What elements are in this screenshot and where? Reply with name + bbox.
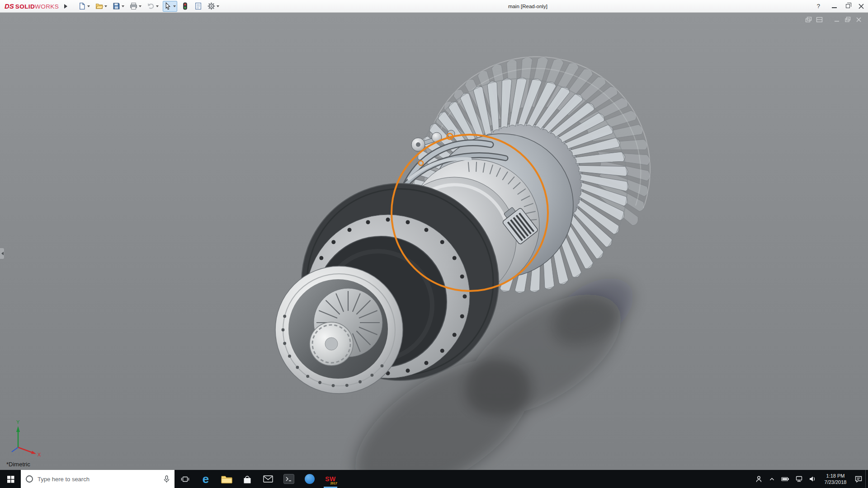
print-button[interactable] [128,1,143,12]
search-input[interactable] [38,476,159,483]
people-icon[interactable] [755,475,763,483]
options-gear-icon [208,2,215,10]
triad-y-label: Y [16,419,20,425]
front-cone [275,266,403,394]
store-button[interactable] [237,470,258,488]
undo-icon [147,2,155,10]
restore-icon [846,4,850,8]
ds-logo: DS [5,2,14,10]
dropdown-caret-icon[interactable] [139,5,142,9]
show-desktop-button[interactable] [865,470,868,488]
options-button[interactable] [206,1,221,12]
graphics-viewport[interactable]: Y X [0,13,868,470]
graphics-area[interactable]: Y X [0,13,868,470]
solidworks-logo: DS SOLID WORKS [0,2,61,10]
network-icon[interactable] [795,475,803,483]
mail-button[interactable] [258,470,278,488]
undo-button[interactable] [146,1,160,12]
minimize-button[interactable] [827,0,841,12]
cortana-ring-icon [25,475,33,483]
dropdown-caret-icon[interactable] [156,5,159,9]
dropdown-caret-icon[interactable] [87,5,90,9]
mail-icon [263,475,273,483]
panel-collapse-tab[interactable] [0,248,5,259]
triad-x-label: X [38,452,41,457]
close-button[interactable] [854,0,868,12]
task-view-button[interactable] [175,470,195,488]
menu-flyout-arrow-icon[interactable] [64,4,70,9]
save-icon [113,2,120,10]
hidden-icons-chevron-icon[interactable] [769,476,775,483]
taskbar: e SW 2017 [0,470,868,488]
restore-button[interactable] [841,0,854,12]
task-view-icon [181,475,189,483]
edge-button[interactable]: e [195,470,216,488]
file-properties-button[interactable] [193,1,203,12]
clock-date: 7/23/2018 [822,479,849,485]
document-title: main [Read-only] [508,4,547,9]
orientation-triad: Y X [12,419,41,457]
action-center-icon[interactable] [854,475,863,483]
edge-icon: e [203,473,209,485]
file-explorer-button[interactable] [216,470,237,488]
taskbar-clock[interactable]: 1:18 PM 7/23/2018 [822,473,849,486]
minimize-doc-icon[interactable] [833,16,841,23]
app-blue-button[interactable] [299,470,320,488]
terminal-button[interactable] [278,470,299,488]
restore-doc-icon[interactable] [844,16,852,23]
file-explorer-icon [221,474,232,483]
select-cursor-icon [164,2,172,10]
store-icon [242,474,252,484]
system-tray: 1:18 PM 7/23/2018 [755,470,865,488]
dropdown-caret-icon[interactable] [104,5,107,9]
terminal-icon [283,474,294,484]
new-document-icon [78,2,86,10]
print-icon [130,2,137,10]
document-window-controls [805,16,863,23]
select-tool-button[interactable] [163,1,177,12]
new-window-icon[interactable] [805,16,812,23]
close-icon [859,4,864,9]
windows-logo-icon [7,475,14,483]
help-button[interactable]: ? [817,3,820,9]
minimize-icon [832,7,837,8]
tile-window-icon[interactable] [816,16,823,23]
dropdown-caret-icon[interactable] [217,5,219,9]
titlebar: DS SOLID WORKS [0,0,868,13]
volume-icon[interactable] [809,475,816,483]
open-folder-icon [95,2,103,10]
solidworks-2017-icon: SW 2017 [324,473,337,485]
traffic-light-icon [181,2,189,10]
quick-access-toolbar [74,0,221,12]
file-properties-icon [194,2,202,10]
start-button[interactable] [0,470,21,488]
dropdown-caret-icon[interactable] [122,5,124,9]
view-orientation-label: *Dimetric [6,461,30,468]
close-doc-icon[interactable] [855,16,863,23]
battery-icon[interactable] [781,475,789,483]
new-document-button[interactable] [77,1,91,12]
taskbar-search[interactable] [21,470,175,488]
chevron-left-icon [0,252,4,255]
rebuild-button[interactable] [180,1,190,12]
save-button[interactable] [111,1,126,12]
app-blue-icon [305,474,315,484]
dropdown-caret-icon[interactable] [173,5,176,9]
solidworks-2017-button[interactable]: SW 2017 [320,470,341,488]
microphone-icon[interactable] [163,475,170,483]
open-document-button[interactable] [94,1,108,12]
clock-time: 1:18 PM [822,473,849,479]
